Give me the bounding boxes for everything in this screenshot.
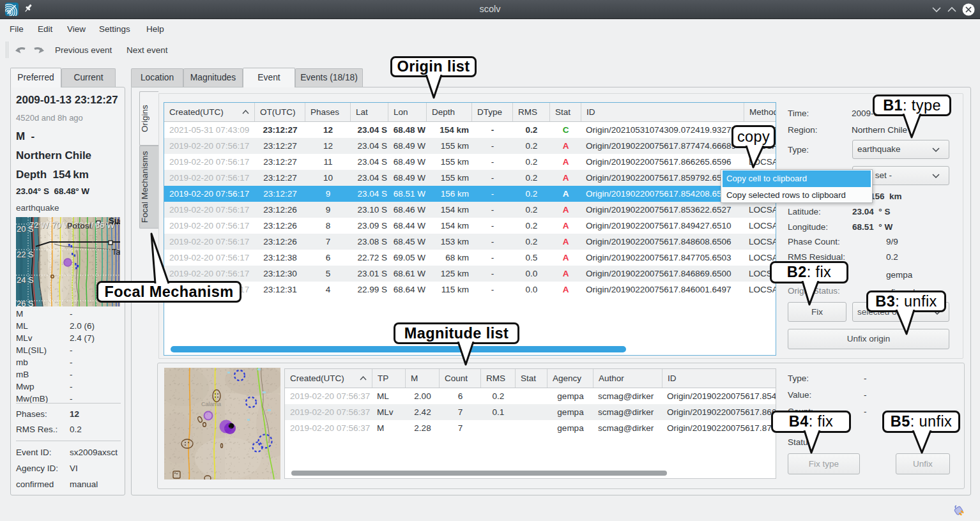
svg-text:22 S: 22 S [17,250,34,259]
svg-text:24 S: 24 S [17,275,34,285]
svg-text:20 S: 20 S [17,224,34,234]
svg-text:26 S: 26 S [17,299,34,306]
